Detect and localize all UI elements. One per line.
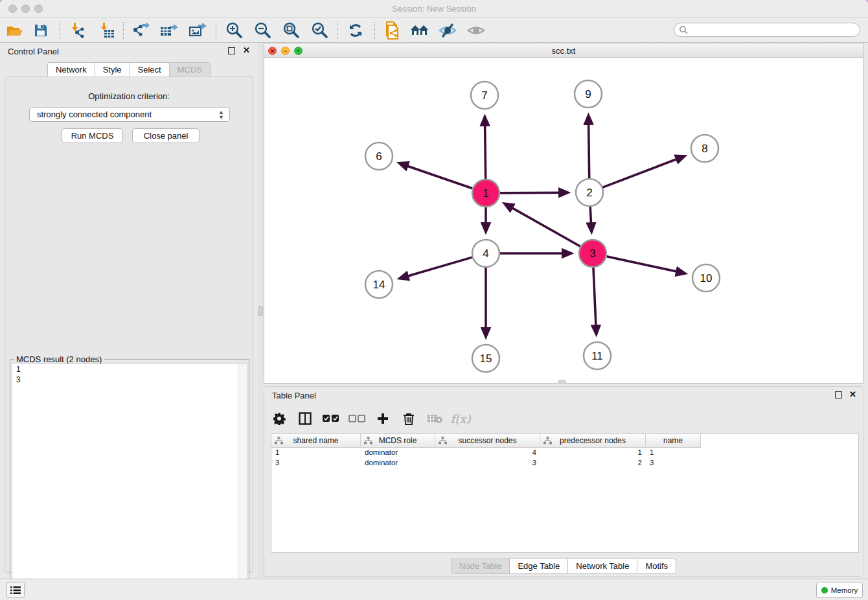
status-bar: Memory — [0, 579, 868, 600]
network-canvas[interactable]: 1234678910111415 — [264, 58, 863, 380]
column-header-successor-nodes[interactable]: successor nodes — [435, 434, 540, 448]
result-line: 1 — [12, 364, 247, 375]
close-panel-icon[interactable]: ✕ — [243, 45, 250, 55]
deselect-all-icon[interactable] — [348, 410, 365, 427]
graph-edge-2-3[interactable] — [590, 207, 591, 231]
splitter-handle[interactable] — [258, 306, 263, 316]
open-session-icon[interactable] — [4, 21, 26, 40]
app-window: Session: New Session — [0, 0, 868, 600]
table-header-row: shared name MCDS role successor nodes pr… — [271, 434, 858, 448]
select-all-icon[interactable] — [323, 410, 339, 427]
zoom-in-icon[interactable] — [223, 21, 245, 40]
network-window-titlebar[interactable]: ✕ − + scc.txt — [264, 43, 863, 58]
tab-network-table[interactable]: Network Table — [567, 559, 637, 574]
memory-button[interactable]: Memory — [816, 582, 863, 598]
graph-node-label: 8 — [702, 143, 707, 155]
tab-network[interactable]: Network — [47, 62, 95, 78]
graph-node-label: 14 — [373, 279, 385, 291]
memory-label: Memory — [831, 586, 858, 594]
graph-node-label: 3 — [589, 248, 595, 260]
control-panel: Control Panel ✕ NetworkStyleSelectMCDS O… — [0, 43, 258, 578]
table-row[interactable]: 1 dominator 4 1 1 — [271, 448, 858, 458]
table-panel-title: Table Panel — [272, 391, 316, 400]
graph-edge-2-8[interactable] — [603, 156, 684, 187]
control-panel-title: Control Panel — [8, 47, 59, 56]
mcds-panel-body: Optimization criterion: strongly connect… — [5, 76, 253, 573]
export-image-icon[interactable] — [187, 21, 209, 40]
save-session-icon[interactable] — [30, 21, 52, 40]
task-history-button[interactable] — [6, 582, 25, 598]
graph-edge-3-11[interactable] — [593, 268, 596, 333]
first-neighbors-icon[interactable] — [409, 21, 431, 40]
graph-edge-1-6[interactable] — [400, 163, 472, 188]
memory-status-icon — [821, 587, 828, 594]
new-network-from-selection-icon[interactable] — [381, 21, 403, 40]
list-icon — [10, 586, 21, 595]
column-header-mcds-role[interactable]: MCDS role — [361, 434, 435, 448]
zoom-selected-icon[interactable] — [308, 21, 330, 40]
delete-table-icon[interactable] — [426, 410, 443, 427]
function-builder-icon[interactable]: f(x) — [452, 410, 469, 427]
tab-node-table[interactable]: Node Table — [451, 559, 510, 574]
network-window: ✕ − + scc.txt 1234678910111415 — [264, 43, 863, 384]
node-table[interactable]: shared name MCDS role successor nodes pr… — [271, 433, 859, 553]
criterion-dropdown[interactable]: strongly connected component ▲▼ — [29, 107, 230, 122]
mcds-result-groupbox: MCDS result (2 nodes) 1 3 — [10, 359, 249, 600]
table-toolbar: f(x) — [271, 406, 858, 431]
graph-node-label: 10 — [700, 272, 713, 284]
tab-motifs[interactable]: Motifs — [637, 559, 676, 574]
graph-node-label: 6 — [376, 150, 382, 163]
graph-edge-2-9[interactable] — [588, 117, 589, 178]
table-float-panel-icon[interactable] — [835, 391, 842, 398]
session-title: Session: New Session — [0, 4, 868, 14]
close-panel-button[interactable]: Close panel — [132, 128, 200, 143]
mcds-result-title: MCDS result (2 nodes) — [14, 354, 104, 364]
attribute-icon — [439, 437, 447, 444]
delete-column-icon[interactable] — [400, 410, 417, 427]
add-column-icon[interactable] — [374, 410, 391, 427]
column-panel-icon[interactable] — [297, 410, 314, 427]
graph-node-label: 15 — [480, 352, 492, 365]
vertical-splitter[interactable] — [258, 43, 264, 578]
graph-edge-1-2[interactable] — [500, 192, 567, 193]
run-mcds-button[interactable]: Run MCDS — [62, 128, 123, 143]
horizontal-splitter-handle[interactable] — [558, 380, 566, 384]
titlebar: Session: New Session — [0, 0, 868, 18]
search-input[interactable] — [674, 23, 860, 37]
column-header-predecessor-nodes[interactable]: predecessor nodes — [540, 434, 646, 448]
mcds-result-text[interactable]: 1 3 — [12, 363, 247, 598]
tab-mcds[interactable]: MCDS — [169, 62, 211, 78]
export-table-icon[interactable] — [158, 21, 180, 40]
table-close-panel-icon[interactable]: ✕ — [849, 389, 856, 399]
graph-node-label: 11 — [591, 350, 603, 362]
zoom-out-icon[interactable] — [251, 21, 273, 40]
import-network-icon[interactable] — [66, 21, 88, 40]
export-network-icon[interactable] — [130, 21, 152, 40]
zoom-fit-icon[interactable] — [280, 21, 302, 40]
show-all-icon[interactable] — [465, 21, 487, 40]
graph-edge-1-7[interactable] — [485, 118, 485, 179]
criterion-value: strongly connected component — [37, 110, 152, 119]
graph-node-label: 1 — [483, 187, 488, 200]
tab-style[interactable]: Style — [95, 62, 130, 78]
graph-edge-3-10[interactable] — [606, 257, 683, 273]
table-panel-tabs: Node TableEdge TableNetwork TableMotifs — [264, 559, 863, 574]
graph-node-label: 2 — [586, 187, 592, 199]
column-header-name[interactable]: name — [646, 434, 701, 448]
network-title: scc.txt — [264, 46, 863, 56]
graph-edge-3-1[interactable] — [505, 204, 580, 246]
refresh-icon[interactable] — [345, 21, 367, 40]
result-scrollbar[interactable] — [238, 364, 247, 597]
graph-node-label: 4 — [483, 248, 488, 260]
table-settings-icon[interactable] — [271, 410, 288, 427]
tab-edge-table[interactable]: Edge Table — [509, 559, 567, 574]
float-panel-icon[interactable] — [228, 47, 235, 54]
column-header-shared-name[interactable]: shared name — [271, 434, 361, 448]
table-row[interactable]: 3 dominator 3 2 3 — [271, 458, 858, 468]
hide-selected-icon[interactable] — [437, 21, 459, 40]
control-panel-tabs: NetworkStyleSelectMCDS — [0, 62, 258, 78]
network-graph[interactable]: 1234678910111415 — [264, 58, 863, 380]
tab-select[interactable]: Select — [130, 62, 169, 78]
import-table-icon[interactable] — [96, 21, 118, 40]
graph-edge-4-14[interactable] — [401, 257, 472, 278]
